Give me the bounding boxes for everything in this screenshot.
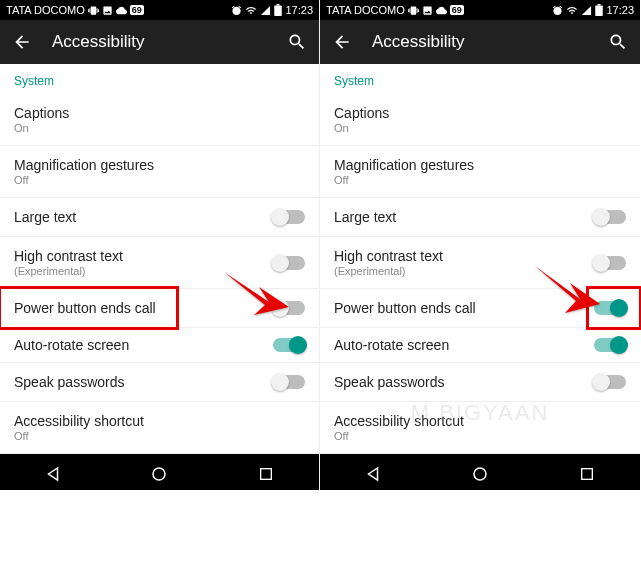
svg-rect-5: [598, 4, 601, 6]
svg-point-6: [474, 468, 486, 480]
row-high-contrast[interactable]: High contrast text (Experimental): [0, 237, 319, 289]
vibrate-icon: [408, 5, 419, 16]
app-bar: Accessibility: [320, 20, 640, 64]
shortcut-title: Accessibility shortcut: [334, 413, 464, 429]
search-icon[interactable]: [608, 32, 628, 52]
shortcut-sub: Off: [334, 430, 464, 442]
rotate-toggle[interactable]: [273, 338, 305, 352]
shortcut-title: Accessibility shortcut: [14, 413, 144, 429]
back-icon[interactable]: [12, 32, 32, 52]
nav-recent[interactable]: [569, 456, 605, 490]
section-header: System: [0, 64, 319, 94]
contrast-title: High contrast text: [14, 248, 123, 264]
contrast-sub: (Experimental): [14, 265, 123, 277]
mag-title: Magnification gestures: [334, 157, 474, 173]
wifi-icon: [566, 5, 578, 16]
status-bar: TATA DOCOMO 69 17:23: [320, 0, 640, 20]
power-toggle[interactable]: [273, 301, 305, 315]
phone-right: TATA DOCOMO 69 17:23 Accessibility Syste…: [320, 0, 640, 490]
app-bar: Accessibility: [0, 20, 319, 64]
signal-icon: [260, 5, 271, 16]
time-label: 17:23: [606, 4, 634, 16]
power-toggle[interactable]: [594, 301, 626, 315]
badge: 69: [130, 5, 144, 15]
search-icon[interactable]: [287, 32, 307, 52]
row-magnification[interactable]: Magnification gestures Off: [0, 146, 319, 198]
nav-home[interactable]: [141, 456, 177, 490]
alarm-icon: [231, 5, 242, 16]
speak-title: Speak passwords: [14, 374, 125, 390]
svg-rect-7: [581, 469, 592, 480]
mag-sub: Off: [14, 174, 154, 186]
captions-title: Captions: [14, 105, 69, 121]
row-speak-passwords[interactable]: Speak passwords: [0, 363, 319, 402]
carrier-label: TATA DOCOMO: [6, 4, 85, 16]
image-icon: [102, 5, 113, 16]
large-title: Large text: [14, 209, 76, 225]
contrast-sub: (Experimental): [334, 265, 443, 277]
nav-home[interactable]: [462, 456, 498, 490]
battery-icon: [595, 4, 603, 16]
power-title: Power button ends call: [334, 300, 476, 316]
row-captions[interactable]: Captions On: [0, 94, 319, 146]
power-title: Power button ends call: [14, 300, 156, 316]
phone-left: TATA DOCOMO 69 17:23 Accessibility Syste…: [0, 0, 320, 490]
nav-recent[interactable]: [248, 456, 284, 490]
speak-toggle[interactable]: [273, 375, 305, 389]
mag-sub: Off: [334, 174, 474, 186]
contrast-title: High contrast text: [334, 248, 443, 264]
row-large-text[interactable]: Large text: [320, 198, 640, 237]
row-power-button[interactable]: Power button ends call: [0, 289, 319, 328]
signal-icon: [581, 5, 592, 16]
captions-title: Captions: [334, 105, 389, 121]
nav-back[interactable]: [35, 456, 71, 490]
wifi-icon: [245, 5, 257, 16]
nav-bar: [320, 454, 640, 490]
row-auto-rotate[interactable]: Auto-rotate screen: [0, 328, 319, 363]
row-auto-rotate[interactable]: Auto-rotate screen: [320, 328, 640, 363]
contrast-toggle[interactable]: [273, 256, 305, 270]
svg-rect-4: [596, 6, 604, 17]
page-title: Accessibility: [372, 32, 588, 52]
row-accessibility-shortcut[interactable]: Accessibility shortcut Off: [320, 402, 640, 454]
image-icon: [422, 5, 433, 16]
nav-back[interactable]: [355, 456, 391, 490]
speak-title: Speak passwords: [334, 374, 445, 390]
time-label: 17:23: [285, 4, 313, 16]
back-icon[interactable]: [332, 32, 352, 52]
large-toggle[interactable]: [594, 210, 626, 224]
section-header: System: [320, 64, 640, 94]
page-title: Accessibility: [52, 32, 267, 52]
rotate-title: Auto-rotate screen: [334, 337, 449, 353]
row-large-text[interactable]: Large text: [0, 198, 319, 237]
large-toggle[interactable]: [273, 210, 305, 224]
mag-title: Magnification gestures: [14, 157, 154, 173]
rotate-toggle[interactable]: [594, 338, 626, 352]
row-captions[interactable]: Captions On: [320, 94, 640, 146]
speak-toggle[interactable]: [594, 375, 626, 389]
cloud-icon: [116, 5, 127, 16]
svg-rect-1: [277, 4, 280, 6]
captions-sub: On: [334, 122, 389, 134]
rotate-title: Auto-rotate screen: [14, 337, 129, 353]
status-bar: TATA DOCOMO 69 17:23: [0, 0, 319, 20]
svg-rect-0: [275, 6, 283, 17]
row-speak-passwords[interactable]: Speak passwords: [320, 363, 640, 402]
battery-icon: [274, 4, 282, 16]
svg-point-2: [153, 468, 165, 480]
large-title: Large text: [334, 209, 396, 225]
row-high-contrast[interactable]: High contrast text (Experimental): [320, 237, 640, 289]
svg-rect-3: [260, 469, 271, 480]
captions-sub: On: [14, 122, 69, 134]
alarm-icon: [552, 5, 563, 16]
shortcut-sub: Off: [14, 430, 144, 442]
row-power-button[interactable]: Power button ends call: [320, 289, 640, 328]
badge: 69: [450, 5, 464, 15]
row-accessibility-shortcut[interactable]: Accessibility shortcut Off: [0, 402, 319, 454]
contrast-toggle[interactable]: [594, 256, 626, 270]
nav-bar: [0, 454, 319, 490]
row-magnification[interactable]: Magnification gestures Off: [320, 146, 640, 198]
vibrate-icon: [88, 5, 99, 16]
cloud-icon: [436, 5, 447, 16]
carrier-label: TATA DOCOMO: [326, 4, 405, 16]
